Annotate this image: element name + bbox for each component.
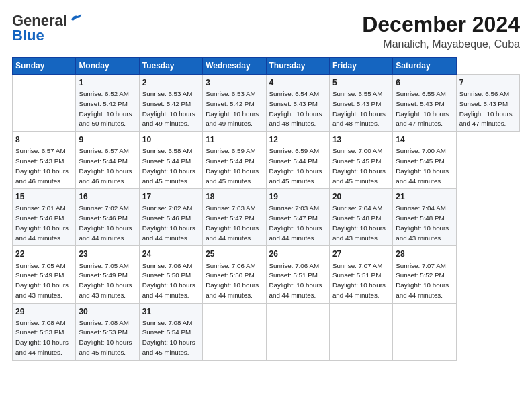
calendar-week-row: 22Sunrise: 7:05 AMSunset: 5:49 PMDayligh… [13, 246, 520, 303]
day-number: 23 [79, 248, 136, 259]
table-row: 15Sunrise: 7:01 AMSunset: 5:46 PMDayligh… [13, 189, 76, 246]
day-number: 14 [396, 134, 453, 145]
day-number: 26 [269, 248, 326, 259]
col-wednesday: Wednesday [203, 58, 266, 75]
day-info: Sunrise: 6:53 AMSunset: 5:42 PMDaylight:… [142, 90, 195, 127]
day-info: Sunrise: 7:08 AMSunset: 5:53 PMDaylight:… [79, 319, 132, 356]
day-number: 3 [206, 77, 263, 88]
day-number: 9 [79, 134, 136, 145]
calendar-week-row: 29Sunrise: 7:08 AMSunset: 5:53 PMDayligh… [13, 303, 520, 360]
col-saturday: Saturday [393, 58, 456, 75]
day-number: 4 [269, 77, 326, 88]
table-row [329, 303, 392, 360]
table-row: 6Sunrise: 6:55 AMSunset: 5:43 PMDaylight… [393, 75, 456, 132]
day-info: Sunrise: 7:08 AMSunset: 5:54 PMDaylight:… [142, 319, 195, 356]
day-info: Sunrise: 7:07 AMSunset: 5:51 PMDaylight:… [332, 262, 386, 299]
day-info: Sunrise: 7:03 AMSunset: 5:47 PMDaylight:… [206, 204, 259, 241]
table-row: 5Sunrise: 6:55 AMSunset: 5:43 PMDaylight… [329, 75, 392, 132]
col-sunday: Sunday [13, 58, 76, 75]
table-row: 22Sunrise: 7:05 AMSunset: 5:49 PMDayligh… [13, 246, 76, 303]
table-row: 28Sunrise: 7:07 AMSunset: 5:52 PMDayligh… [393, 246, 456, 303]
table-row: 20Sunrise: 7:04 AMSunset: 5:48 PMDayligh… [329, 189, 392, 246]
day-info: Sunrise: 6:54 AMSunset: 5:43 PMDaylight:… [269, 90, 322, 127]
table-row: 26Sunrise: 7:06 AMSunset: 5:51 PMDayligh… [266, 246, 329, 303]
day-number: 11 [206, 134, 263, 145]
day-number: 27 [332, 248, 390, 259]
day-info: Sunrise: 6:52 AMSunset: 5:42 PMDaylight:… [79, 90, 132, 127]
day-number: 16 [79, 191, 136, 202]
subtitle: Manalich, Mayabeque, Cuba [362, 38, 520, 50]
day-info: Sunrise: 7:00 AMSunset: 5:45 PMDaylight:… [332, 147, 386, 184]
day-info: Sunrise: 6:55 AMSunset: 5:43 PMDaylight:… [332, 90, 386, 127]
table-row: 3Sunrise: 6:53 AMSunset: 5:42 PMDaylight… [203, 75, 266, 132]
day-number: 15 [15, 191, 73, 202]
table-row: 2Sunrise: 6:53 AMSunset: 5:42 PMDaylight… [139, 75, 202, 132]
table-row: 9Sunrise: 6:57 AMSunset: 5:44 PMDaylight… [76, 132, 139, 189]
day-number: 30 [79, 306, 136, 317]
day-info: Sunrise: 7:02 AMSunset: 5:46 PMDaylight:… [142, 204, 195, 241]
day-info: Sunrise: 6:57 AMSunset: 5:43 PMDaylight:… [15, 147, 69, 184]
day-info: Sunrise: 7:08 AMSunset: 5:53 PMDaylight:… [15, 319, 69, 356]
table-row: 31Sunrise: 7:08 AMSunset: 5:54 PMDayligh… [139, 303, 202, 360]
day-number: 22 [15, 248, 73, 259]
day-info: Sunrise: 7:03 AMSunset: 5:47 PMDaylight:… [269, 204, 322, 241]
day-info: Sunrise: 6:55 AMSunset: 5:43 PMDaylight:… [396, 90, 449, 127]
table-row: 1Sunrise: 6:52 AMSunset: 5:42 PMDaylight… [76, 75, 139, 132]
day-number: 12 [269, 134, 326, 145]
table-row: 25Sunrise: 7:06 AMSunset: 5:50 PMDayligh… [203, 246, 266, 303]
day-number: 10 [142, 134, 200, 145]
table-row [203, 303, 266, 360]
day-info: Sunrise: 6:57 AMSunset: 5:44 PMDaylight:… [79, 147, 132, 184]
day-number: 24 [142, 248, 200, 259]
logo: General Blue [12, 12, 83, 44]
col-tuesday: Tuesday [139, 58, 202, 75]
table-row: 11Sunrise: 6:59 AMSunset: 5:44 PMDayligh… [203, 132, 266, 189]
day-number: 19 [269, 191, 326, 202]
day-number: 20 [332, 191, 390, 202]
table-row: 16Sunrise: 7:02 AMSunset: 5:46 PMDayligh… [76, 189, 139, 246]
table-row: 7Sunrise: 6:56 AMSunset: 5:43 PMDaylight… [456, 75, 519, 132]
day-number: 13 [332, 134, 390, 145]
logo-bird-icon [69, 13, 83, 26]
day-number: 28 [396, 248, 453, 259]
table-row: 10Sunrise: 6:58 AMSunset: 5:44 PMDayligh… [139, 132, 202, 189]
day-info: Sunrise: 6:58 AMSunset: 5:44 PMDaylight:… [142, 147, 195, 184]
table-row: 14Sunrise: 7:00 AMSunset: 5:45 PMDayligh… [393, 132, 456, 189]
main-title: December 2024 [362, 12, 520, 37]
day-info: Sunrise: 7:02 AMSunset: 5:46 PMDaylight:… [79, 204, 132, 241]
day-number: 7 [459, 77, 517, 88]
table-row [266, 303, 329, 360]
day-info: Sunrise: 6:53 AMSunset: 5:42 PMDaylight:… [206, 90, 259, 127]
calendar-header-row: Sunday Monday Tuesday Wednesday Thursday… [13, 58, 520, 75]
table-row: 13Sunrise: 7:00 AMSunset: 5:45 PMDayligh… [329, 132, 392, 189]
table-row: 19Sunrise: 7:03 AMSunset: 5:47 PMDayligh… [266, 189, 329, 246]
table-row: 24Sunrise: 7:06 AMSunset: 5:50 PMDayligh… [139, 246, 202, 303]
logo-blue: Blue [12, 27, 44, 44]
col-friday: Friday [329, 58, 392, 75]
day-info: Sunrise: 7:06 AMSunset: 5:51 PMDaylight:… [269, 262, 322, 299]
day-info: Sunrise: 7:07 AMSunset: 5:52 PMDaylight:… [396, 262, 449, 299]
day-info: Sunrise: 6:56 AMSunset: 5:43 PMDaylight:… [459, 90, 513, 127]
table-row: 23Sunrise: 7:05 AMSunset: 5:49 PMDayligh… [76, 246, 139, 303]
day-info: Sunrise: 7:01 AMSunset: 5:46 PMDaylight:… [15, 204, 69, 241]
day-info: Sunrise: 7:04 AMSunset: 5:48 PMDaylight:… [332, 204, 386, 241]
day-number: 8 [15, 134, 73, 145]
page-header: General Blue December 2024 Manalich, May… [12, 12, 520, 50]
table-row: 27Sunrise: 7:07 AMSunset: 5:51 PMDayligh… [329, 246, 392, 303]
col-thursday: Thursday [266, 58, 329, 75]
day-info: Sunrise: 7:05 AMSunset: 5:49 PMDaylight:… [15, 262, 69, 299]
day-number: 25 [206, 248, 263, 259]
table-row: 12Sunrise: 6:59 AMSunset: 5:44 PMDayligh… [266, 132, 329, 189]
table-row: 21Sunrise: 7:04 AMSunset: 5:48 PMDayligh… [393, 189, 456, 246]
day-info: Sunrise: 7:06 AMSunset: 5:50 PMDaylight:… [142, 262, 195, 299]
day-number: 2 [142, 77, 200, 88]
table-row: 8Sunrise: 6:57 AMSunset: 5:43 PMDaylight… [13, 132, 76, 189]
day-info: Sunrise: 7:06 AMSunset: 5:50 PMDaylight:… [206, 262, 259, 299]
table-row: 30Sunrise: 7:08 AMSunset: 5:53 PMDayligh… [76, 303, 139, 360]
day-number: 31 [142, 306, 200, 317]
day-number: 1 [79, 77, 136, 88]
day-number: 21 [396, 191, 453, 202]
day-number: 5 [332, 77, 390, 88]
calendar-table: Sunday Monday Tuesday Wednesday Thursday… [12, 57, 520, 361]
empty-cell [13, 75, 76, 132]
